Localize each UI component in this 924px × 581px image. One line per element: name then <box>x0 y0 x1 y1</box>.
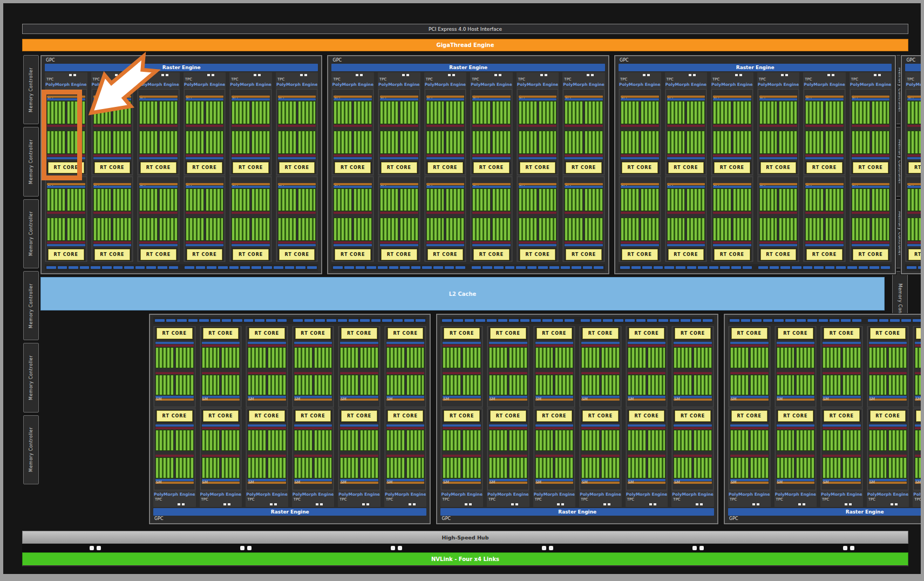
tpc-connector-dashes <box>517 72 559 77</box>
gpc-label: GPC <box>905 57 924 64</box>
sm-header: SM <box>674 484 712 489</box>
core-sub-block <box>796 375 814 396</box>
texture-dash <box>177 319 187 322</box>
l1-data-cache-line <box>869 425 907 427</box>
l1-data-cache-line <box>730 342 769 344</box>
texture-dash <box>80 266 90 269</box>
cuda-core-block <box>334 101 372 124</box>
rt-core-label: RT CORE <box>542 414 566 419</box>
tpc-label: TPC <box>821 497 862 502</box>
sm-label: SM <box>777 397 783 402</box>
scheduler-line <box>186 98 224 100</box>
texture-line <box>294 372 332 374</box>
l1-data-cache-line <box>340 342 378 344</box>
texture-dash <box>483 266 492 269</box>
tpc-column: TPC PolyMorph Engine SM RT CORE SM <box>440 326 483 507</box>
core-sub-block <box>585 218 603 241</box>
cuda-core-block <box>581 457 620 478</box>
sm-block: SM RT CORE <box>230 89 271 175</box>
texture-dash <box>561 266 570 269</box>
sm-block: SM RT CORE <box>338 326 380 408</box>
l1-data-cache-line <box>535 342 574 344</box>
sm-block: SM RT CORE <box>425 89 466 175</box>
rt-core: RT CORE <box>279 249 315 260</box>
rt-core-label: RT CORE <box>341 252 365 257</box>
scheduler-line <box>426 186 465 188</box>
core-sub-block <box>823 430 841 451</box>
texture-unit-group <box>730 319 861 322</box>
texture-line <box>823 428 861 430</box>
sm-header: SM <box>907 178 924 183</box>
polymorph-engine-label: PolyMorph Engine <box>425 82 466 87</box>
core-sub-block <box>472 131 491 154</box>
sm-header: SM <box>186 90 224 95</box>
gpc-label: GPC <box>440 516 714 522</box>
rt-core: RT CORE <box>629 411 665 422</box>
gpc-block: GPC Raster Engine TPC PolyMorph Engine S… <box>327 55 609 274</box>
cuda-core-block <box>202 375 240 396</box>
tpc-connector-dashes <box>184 72 226 77</box>
cuda-core-block <box>489 375 527 396</box>
rt-core: RT CORE <box>714 249 750 260</box>
polymorph-engine-label: PolyMorph Engine <box>563 82 604 87</box>
core-sub-block <box>823 375 841 396</box>
gigathread-engine-bar: GigaThread Engine <box>22 39 908 51</box>
texture-dash <box>91 266 100 269</box>
tpc-label: TPC <box>729 497 770 502</box>
gpc-block: GPC Raster Engine TPC PolyMorph Engine S… <box>40 55 322 274</box>
sm-block: SM RT CORE <box>665 89 707 175</box>
sm-header: SM <box>139 178 178 183</box>
tpc-label: TPC <box>850 77 892 82</box>
sm-header: SM <box>805 90 844 95</box>
rt-core: RT CORE <box>536 328 573 339</box>
texture-dash <box>847 266 857 269</box>
core-sub-block <box>915 457 924 478</box>
core-sub-block <box>667 131 685 154</box>
core-sub-block <box>555 347 573 368</box>
texture-dash <box>743 266 752 269</box>
tpc-connector-dashes <box>441 502 483 507</box>
gpc-label: GPC <box>619 57 892 64</box>
core-sub-block <box>915 430 924 451</box>
texture-line <box>380 241 418 244</box>
scheduler-line <box>380 98 418 100</box>
core-sub-block <box>186 131 204 154</box>
core-sub-block <box>648 430 666 451</box>
rt-core: RT CORE <box>295 328 331 339</box>
rt-core-label: RT CORE <box>479 252 504 257</box>
sm-block: SM RT CORE <box>154 326 195 408</box>
texture-dash <box>196 266 206 269</box>
cuda-core-block <box>443 375 481 396</box>
cuda-core-block <box>869 347 907 368</box>
cuda-core-block <box>621 131 659 154</box>
rt-core-label: RT CORE <box>628 165 652 170</box>
sm-header: SM <box>155 484 194 489</box>
sm-header: SM <box>621 90 659 95</box>
core-sub-block <box>825 131 844 154</box>
core-sub-block <box>443 457 461 478</box>
texture-line <box>628 455 666 457</box>
sm-header: SM <box>581 484 620 489</box>
rt-core: RT CORE <box>295 411 331 422</box>
scheduler-line <box>47 186 85 188</box>
core-sub-block <box>843 430 861 451</box>
core-sub-block <box>779 218 797 241</box>
texture-line <box>674 455 712 457</box>
texture-dash <box>371 319 381 322</box>
core-sub-block <box>621 131 639 154</box>
cuda-core-block <box>334 131 372 154</box>
texture-dash <box>825 266 835 269</box>
rt-core: RT CORE <box>520 249 556 260</box>
l1-cache-line <box>519 96 557 98</box>
scheduler-line <box>472 186 511 188</box>
cuda-core-block <box>426 218 465 241</box>
core-sub-block <box>648 457 666 478</box>
texture-dash <box>797 319 806 322</box>
texture-dash <box>654 266 663 269</box>
l1-cache-line <box>139 183 178 185</box>
texture-unit-group <box>868 319 924 322</box>
sm-header: SM <box>386 402 425 407</box>
texture-unit-group <box>442 319 574 322</box>
rt-core: RT CORE <box>388 328 424 339</box>
core-sub-block <box>221 347 240 368</box>
